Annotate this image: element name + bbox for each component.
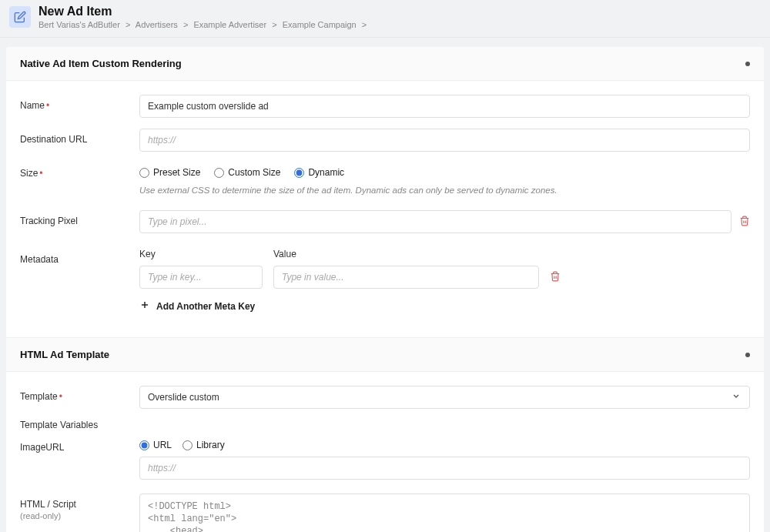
plus-icon [139,299,150,313]
trash-icon[interactable] [550,271,561,289]
name-input[interactable] [139,95,750,118]
destination-url-input[interactable] [139,129,750,152]
size-custom-radio[interactable]: Custom Size [214,167,280,178]
imageurl-input[interactable] [139,457,750,480]
section-header-html-template[interactable]: HTML Ad Template [6,337,764,372]
page-body: Native Ad Item Custom Rendering Name• De… [0,38,770,532]
size-preset-radio[interactable]: Preset Size [139,167,200,178]
size-dynamic-radio[interactable]: Dynamic [294,167,344,178]
template-label: Template• [20,386,139,402]
html-script-label: HTML / Script (read-only) [20,494,139,520]
collapse-dot-icon [745,62,750,66]
imageurl-url-radio[interactable]: URL [139,440,172,450]
name-label: Name• [20,95,139,111]
meta-key-label: Key [139,249,263,259]
collapse-dot-icon [745,353,750,357]
destination-url-label: Destination URL [20,129,139,145]
meta-value-input[interactable] [273,266,539,289]
template-select[interactable] [139,386,750,409]
breadcrumb: Bert Varias's AdButler > Advertisers > E… [38,20,370,29]
imageurl-library-radio[interactable]: Library [182,440,225,450]
template-variables-label: Template Variables [20,420,750,430]
topbar: New Ad Item Bert Varias's AdButler > Adv… [0,0,770,38]
trash-icon[interactable] [739,216,750,229]
tracking-pixel-label: Tracking Pixel [20,210,139,226]
breadcrumb-item[interactable]: Advertisers [136,20,178,29]
section-title: HTML Ad Template [20,349,109,360]
breadcrumb-item[interactable]: Example Advertiser [193,20,266,29]
title-block: New Ad Item Bert Varias's AdButler > Adv… [38,5,370,29]
size-hint: Use external CSS to determine the size o… [139,186,750,195]
html-code-readonly: <!DOCTYPE html> <html lang="en"> <head> … [139,494,750,532]
add-meta-button[interactable]: Add Another Meta Key [139,299,750,313]
meta-value-label: Value [273,249,539,259]
size-label: Size• [20,162,139,179]
meta-key-input[interactable] [139,266,263,289]
edit-square-icon [9,6,31,28]
section-title: Native Ad Item Custom Rendering [20,58,182,69]
breadcrumb-item[interactable]: Bert Varias's AdButler [38,20,120,29]
metadata-label: Metadata [20,249,139,265]
section-native-ad: Native Ad Item Custom Rendering Name• De… [6,47,764,532]
tracking-pixel-input[interactable] [139,210,732,233]
section-header[interactable]: Native Ad Item Custom Rendering [6,47,764,81]
breadcrumb-item[interactable]: Example Campaign [283,20,357,29]
imageurl-label: ImageURL [20,437,139,453]
page-title: New Ad Item [38,5,370,18]
